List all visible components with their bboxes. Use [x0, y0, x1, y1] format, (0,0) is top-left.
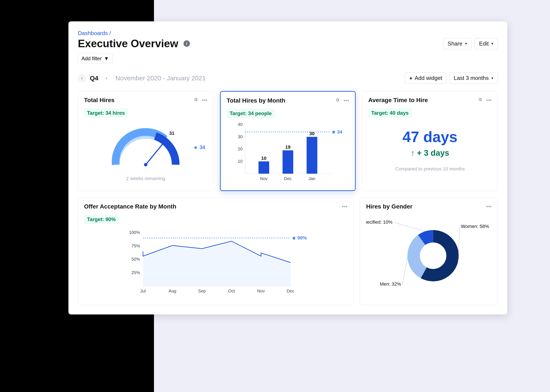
svg-text:25%: 25%	[131, 270, 140, 275]
kpi-value: 47 days	[368, 128, 492, 146]
svg-text:Jul: Jul	[140, 289, 146, 293]
info-icon[interactable]: i	[183, 40, 190, 47]
star-icon	[194, 145, 198, 150]
svg-text:40: 40	[238, 122, 242, 127]
line-chart: 25%50%75%100%90%JulAugSepOctNovDec	[84, 228, 347, 299]
time-range-button[interactable]: Last 3 months ▼	[449, 72, 498, 84]
kpi-delta-value: + 3 days	[417, 148, 449, 158]
plus-icon: +	[409, 75, 412, 81]
svg-text:Men: 32%: Men: 32%	[380, 281, 401, 287]
card-title: Total Hires by Month	[227, 97, 285, 104]
svg-text:Unspecified: 10%: Unspecified: 10%	[366, 219, 392, 225]
share-button[interactable]: Share ▼	[443, 38, 471, 49]
period-label: Q4	[90, 75, 98, 82]
svg-rect-11	[282, 150, 293, 174]
edit-button[interactable]: Edit ▼	[475, 38, 498, 49]
svg-rect-14	[306, 137, 317, 174]
chevron-left-icon: ‹	[81, 76, 83, 81]
caret-down-icon: ▼	[491, 77, 494, 80]
svg-text:30: 30	[309, 131, 314, 136]
gauge-goal-value: 34	[200, 144, 205, 150]
arrow-up-icon: ↑	[411, 148, 415, 158]
svg-text:10: 10	[238, 159, 242, 164]
target-chip: Target: 34 people	[227, 109, 275, 118]
svg-text:Sep: Sep	[198, 289, 206, 293]
period-range: November 2020 - January 2021	[116, 75, 206, 82]
chevron-right-icon: ›	[106, 76, 107, 81]
more-icon[interactable]: •••	[342, 203, 347, 210]
add-filter-button[interactable]: Add filter ▼	[78, 54, 112, 63]
svg-rect-8	[258, 161, 269, 174]
card-hires-by-month[interactable]: Total Hires by Month ••• Target: 34 peop…	[220, 91, 356, 191]
svg-text:90%: 90%	[297, 235, 307, 241]
svg-text:Oct: Oct	[228, 289, 235, 293]
more-icon[interactable]: •••	[344, 98, 349, 104]
share-button-label: Share	[448, 40, 462, 47]
card-offer-acceptance[interactable]: Offer Acceptance Rate by Month ••• Targe…	[78, 197, 354, 305]
gear-icon[interactable]	[335, 98, 340, 104]
period-prev-button[interactable]: ‹	[78, 74, 86, 82]
card-avg-time-to-hire[interactable]: Average Time to Hire ••• Target: 40 days…	[362, 91, 498, 191]
more-icon[interactable]: •••	[486, 203, 492, 210]
svg-text:Nov: Nov	[260, 176, 268, 181]
add-widget-label: Add widget	[415, 75, 442, 81]
caret-down-icon: ▼	[491, 42, 494, 45]
add-filter-label: Add filter	[81, 56, 102, 62]
svg-text:Aug: Aug	[169, 289, 176, 293]
svg-text:20: 20	[238, 147, 242, 151]
svg-point-1	[144, 163, 147, 166]
svg-text:75%: 75%	[131, 244, 140, 248]
svg-text:34: 34	[337, 129, 342, 135]
target-chip: Target: 90%	[84, 215, 119, 224]
gauge-caption: 2 weeks remaining	[84, 176, 207, 181]
gauge-chart: 31	[84, 124, 207, 169]
donut-chart: Women: 58%Men: 32%Unspecified: 10%	[366, 215, 492, 292]
dashboard-panel: Dashboards / Executive Overview i Share …	[68, 21, 507, 315]
gear-icon[interactable]	[478, 97, 482, 103]
bar-chart: 102030403410Nov19Dec30Jan	[228, 122, 347, 184]
svg-text:Nov: Nov	[257, 289, 265, 293]
card-title: Offer Acceptance Rate by Month	[84, 203, 176, 210]
page-title: Executive Overview	[78, 37, 178, 50]
more-icon[interactable]: •••	[202, 97, 207, 103]
period-next-button[interactable]: ›	[102, 74, 110, 82]
kpi-sub: Compared to previous 10 months	[368, 166, 492, 172]
card-hires-by-gender[interactable]: Hires by Gender ••• Women: 58%Men: 32%Un…	[360, 197, 498, 305]
svg-text:100%: 100%	[129, 230, 140, 235]
svg-text:50%: 50%	[131, 257, 140, 261]
gear-icon[interactable]	[193, 97, 198, 103]
breadcrumb[interactable]: Dashboards /	[78, 30, 498, 36]
time-range-label: Last 3 months	[454, 75, 489, 81]
card-title: Hires by Gender	[366, 203, 412, 210]
svg-text:Dec: Dec	[284, 176, 292, 181]
svg-text:19: 19	[285, 144, 290, 150]
card-total-hires[interactable]: Total Hires ••• Target: 34 hires	[78, 91, 214, 191]
target-chip: Target: 34 hires	[84, 108, 128, 118]
caret-down-icon: ▼	[464, 42, 467, 45]
gauge-goal-annotation: 34	[194, 144, 205, 150]
svg-text:30: 30	[238, 134, 242, 139]
more-icon[interactable]: •••	[486, 97, 492, 103]
target-chip: Target: 40 days	[368, 108, 412, 118]
card-title: Average Time to Hire	[368, 97, 428, 104]
caret-down-icon: ▼	[104, 56, 109, 62]
svg-text:10: 10	[261, 155, 266, 161]
gauge-value-label: 31	[169, 131, 174, 136]
edit-button-label: Edit	[479, 40, 489, 47]
card-title: Total Hires	[84, 97, 115, 104]
svg-text:Jan: Jan	[308, 176, 315, 181]
svg-line-0	[146, 141, 165, 165]
kpi-delta: ↑ + 3 days	[368, 148, 492, 158]
svg-text:Dec: Dec	[287, 289, 295, 293]
svg-text:Women: 58%: Women: 58%	[461, 224, 489, 229]
add-widget-button[interactable]: + Add widget	[405, 72, 446, 84]
